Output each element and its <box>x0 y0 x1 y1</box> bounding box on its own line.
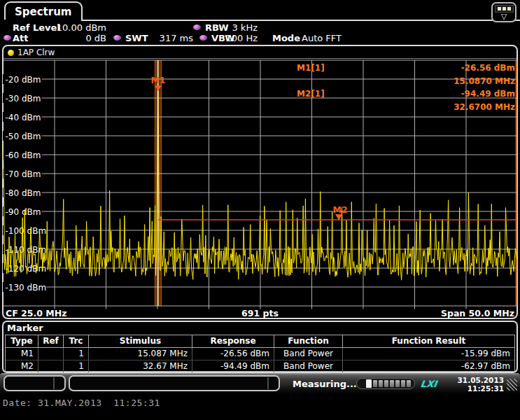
marker-table-title: Marker <box>7 323 43 333</box>
progress-segment <box>373 380 377 387</box>
m1-function: Band Power <box>274 348 343 360</box>
m2-level: -94.49 dBm <box>461 88 515 101</box>
swt-value[interactable]: 317 ms <box>147 33 193 43</box>
progress-segment <box>395 380 400 387</box>
status-time: 11:25:31 <box>441 384 504 393</box>
col-header-ref: Ref <box>38 335 64 348</box>
marker-readout: M1[1] -26.56 dBm 15.0870 MHz M2[1] -94.4… <box>297 62 515 113</box>
vbw-bullet-icon <box>199 35 207 41</box>
center-frequency[interactable]: CF 25.0 MHz <box>6 309 175 318</box>
col-header-response: Response <box>192 335 274 348</box>
vbw-value[interactable]: 100 Hz <box>218 33 258 43</box>
hardcopy-date-line: Date: 31.MAY.2013 11:25:31 <box>3 398 160 408</box>
lxi-icon: LXI <box>420 379 437 389</box>
status-date: 31.05.2013 <box>441 376 504 384</box>
m2-result: -62.97 dBm <box>343 360 514 372</box>
marker-table-section: Marker Type Ref Trc Stimulus Response Fu… <box>2 321 518 373</box>
progress-segment <box>379 380 383 387</box>
m2-freq: 32.6700 MHz <box>297 101 515 114</box>
tab-underline <box>81 20 520 21</box>
col-header-function: Function <box>274 335 343 348</box>
span[interactable]: Span 50.0 MHz <box>345 309 514 318</box>
m1-name: M1[1] <box>297 62 325 75</box>
rbw-bullet-icon <box>193 24 201 30</box>
m1-freq: 15.0870 MHz <box>297 75 515 88</box>
svg-text:-20 dBm: -20 dBm <box>6 75 41 85</box>
x-axis-row: CF 25.0 MHz 691 pts Span 50.0 MHz <box>6 309 514 318</box>
rbw-value[interactable]: 3 kHz <box>217 22 258 33</box>
svg-text:-30 dBm: -30 dBm <box>6 94 41 104</box>
progress-bar <box>356 378 415 389</box>
m1-ref <box>38 348 64 360</box>
swt-bullet-icon <box>113 35 121 41</box>
att-value[interactable]: 0 dB <box>36 33 106 43</box>
m1-plot-label: M1 <box>150 75 165 85</box>
marker-table: Type Ref Trc Stimulus Response Function … <box>5 335 515 372</box>
svg-text:-80 dBm: -80 dBm <box>6 188 41 198</box>
m2-trc: 1 <box>64 360 89 372</box>
m2-name: M2[1] <box>297 88 325 101</box>
ref-level-value[interactable]: -10.00 dBm <box>46 22 106 33</box>
att-label: Att <box>13 33 29 43</box>
m2-ref <box>38 360 64 372</box>
resize-grip-icon[interactable] <box>507 379 517 391</box>
trace1-bullet-icon <box>8 50 14 56</box>
datetime: 31.05.2013 11:25:31 <box>441 376 504 393</box>
col-header-result: Function Result <box>343 335 514 348</box>
m1-level: -26.56 dBm <box>461 62 515 75</box>
m1-result: -15.99 dBm <box>343 348 514 360</box>
tab-label: Spectrum <box>15 6 71 18</box>
status-bar: Measuring... LXI 31.05.2013 11:25:31 <box>0 373 520 394</box>
col-header-type: Type <box>6 335 38 348</box>
status-field-message[interactable] <box>69 375 280 391</box>
display-menu-button[interactable]: ▽ <box>491 2 517 22</box>
m2-response: -94.49 dBm <box>192 360 274 372</box>
svg-text:-40 dBm: -40 dBm <box>6 113 41 122</box>
progress-segment <box>390 380 394 387</box>
m1-stimulus: 15.087 MHz <box>89 348 192 360</box>
instrument-screen: Spectrum ▽ Ref Level -10.00 dBm RBW 3 kH… <box>0 0 520 420</box>
progress-segment <box>384 380 388 387</box>
m2-type[interactable]: M2 <box>6 360 38 372</box>
mode-value[interactable]: Auto FFT <box>302 33 342 43</box>
chevron-down-icon: ▽ <box>501 13 507 20</box>
trace1-label: 1AP Clrw <box>17 48 55 57</box>
toolbar-squares-icon <box>495 5 514 13</box>
measurement-state: Measuring... <box>293 379 357 389</box>
svg-text:-70 dBm: -70 dBm <box>6 169 41 179</box>
svg-text:-50 dBm: -50 dBm <box>6 132 41 141</box>
progress-segment <box>360 380 365 387</box>
status-field-left[interactable] <box>3 375 66 391</box>
m1-response: -26.56 dBm <box>192 348 274 360</box>
progress-segment <box>401 380 405 387</box>
progress-segment <box>366 379 372 388</box>
m2-plot-label: M2 <box>333 204 348 215</box>
swt-label: SWT <box>125 33 148 43</box>
col-header-stimulus: Stimulus <box>89 335 192 348</box>
mode-label: Mode <box>272 33 300 43</box>
col-header-trc: Trc <box>64 335 89 348</box>
sweep-points: 691 pts <box>175 309 344 318</box>
m2-stimulus: 32.67 MHz <box>89 360 192 372</box>
tab-spectrum[interactable]: Spectrum <box>4 1 83 20</box>
progress-segment <box>407 380 411 387</box>
att-bullet-icon <box>3 35 11 41</box>
svg-text:-60 dBm: -60 dBm <box>6 150 41 160</box>
svg-text:-130 dBm: -130 dBm <box>6 283 47 293</box>
m2-function: Band Power <box>274 360 343 372</box>
trace-info[interactable]: 1AP Clrw <box>8 48 55 57</box>
m1-trc: 1 <box>64 348 89 360</box>
svg-text:-90 dBm: -90 dBm <box>6 207 41 217</box>
m1-type[interactable]: M1 <box>6 348 38 360</box>
